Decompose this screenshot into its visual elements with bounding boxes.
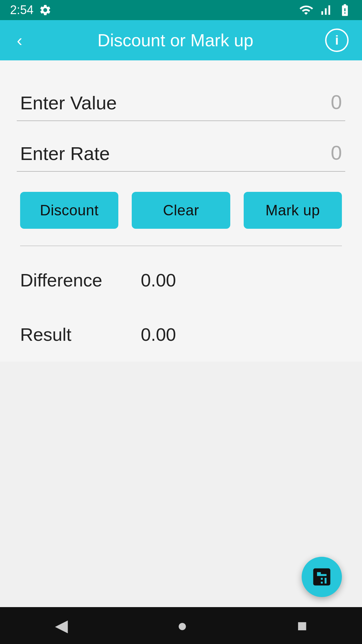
status-bar: 2:54 (0, 0, 362, 20)
calculator-icon (310, 566, 333, 588)
main-content: Enter Value 0 Enter Rate 0 Discount Clea… (0, 60, 362, 362)
value-input-row[interactable]: Enter Value 0 (17, 74, 345, 121)
nav-back-icon: ◀ (55, 616, 68, 635)
page-title: Discount or Mark up (26, 30, 325, 50)
result-row: Result 0.00 (20, 307, 342, 362)
rate-input-row[interactable]: Enter Rate 0 (17, 124, 345, 172)
gear-icon (39, 4, 52, 16)
rate-field[interactable]: 0 (315, 141, 342, 164)
wifi-icon (299, 3, 313, 17)
discount-button[interactable]: Discount (20, 192, 118, 229)
status-icons-right (299, 3, 352, 17)
back-button[interactable]: ‹ (13, 29, 26, 52)
status-time: 2:54 (10, 3, 34, 17)
info-button[interactable]: i (325, 29, 349, 52)
clear-button[interactable]: Clear (132, 192, 230, 229)
result-label: Result (20, 324, 141, 345)
battery-icon (338, 3, 352, 17)
result-value: 0.00 (141, 324, 176, 345)
value-label: Enter Value (20, 92, 117, 114)
info-icon: i (335, 34, 339, 47)
bottom-nav: ◀ ● ■ (0, 607, 362, 644)
rate-label: Enter Rate (20, 143, 110, 164)
nav-back-button[interactable]: ◀ (55, 616, 68, 635)
difference-label: Difference (20, 270, 141, 290)
calculator-fab[interactable] (302, 557, 342, 597)
signal-icon (318, 3, 333, 17)
nav-home-icon: ● (177, 616, 187, 635)
results-section: Difference 0.00 Result 0.00 (17, 246, 345, 362)
nav-recent-button[interactable]: ■ (297, 616, 307, 635)
nav-recent-icon: ■ (297, 616, 307, 635)
value-field[interactable]: 0 (315, 91, 342, 114)
status-left: 2:54 (10, 3, 52, 17)
difference-row: Difference 0.00 (20, 253, 342, 307)
nav-home-button[interactable]: ● (177, 616, 187, 635)
app-bar: ‹ Discount or Mark up i (0, 20, 362, 60)
markup-button[interactable]: Mark up (244, 192, 342, 229)
action-buttons-row: Discount Clear Mark up (17, 175, 345, 246)
difference-value: 0.00 (141, 270, 176, 290)
